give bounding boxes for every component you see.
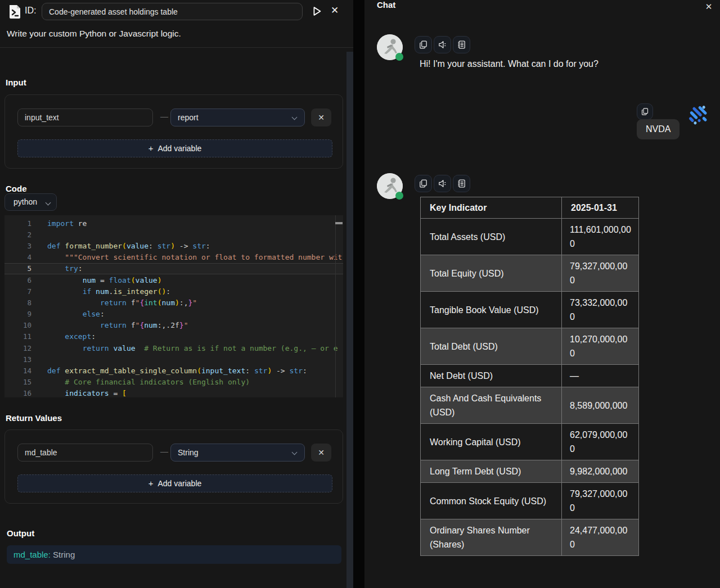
- return-variable-type-select[interactable]: String: [170, 444, 305, 462]
- line-number: 12: [4, 344, 32, 352]
- message-toolbar: [415, 36, 470, 53]
- output-row: md_table: String: [7, 545, 341, 564]
- indicator-label-cell: Total Debt (USD): [421, 328, 562, 365]
- table-row: Net Debt (USD)—: [421, 365, 639, 387]
- input-section-title: Input: [6, 78, 26, 87]
- user-avatar-logo: [686, 103, 712, 129]
- chevron-down-icon: [292, 450, 298, 455]
- line-number: 11: [4, 332, 32, 341]
- line-number: 1: [4, 219, 32, 228]
- line-number: 4: [4, 253, 32, 261]
- indicator-label-cell: Long Term Debt (USD): [421, 460, 562, 483]
- line-number: 13: [4, 355, 32, 364]
- add-variable-label: Add variable: [158, 479, 201, 488]
- return-variable-name-field[interactable]: [17, 444, 153, 462]
- input-variables-card: — report ✕ +Add variable: [4, 94, 343, 169]
- code-line: 6 num = float(value): [4, 274, 343, 286]
- input-variable-type-select[interactable]: report: [170, 108, 305, 126]
- line-number: 2: [4, 230, 32, 239]
- copy-icon[interactable]: [415, 36, 432, 53]
- chat-title: Chat: [377, 0, 395, 10]
- id-label: ID:: [25, 6, 36, 16]
- indicator-value-cell: 79,327,000,000: [562, 483, 639, 519]
- code-file-icon: [8, 4, 21, 19]
- indicator-label-cell: Total Assets (USD): [421, 219, 562, 255]
- indicator-label-cell: Tangible Book Value (USD): [421, 292, 562, 328]
- code-line: 11 except:: [4, 331, 343, 342]
- close-panel-icon[interactable]: ✕: [328, 4, 341, 17]
- financial-indicators-table: Key Indicator 2025-01-31 Total Assets (U…: [420, 197, 639, 556]
- table-row: Long Term Debt (USD)9,982,000,000: [421, 460, 639, 483]
- indicator-value-cell: 9,982,000,000: [562, 460, 639, 483]
- copy-icon[interactable]: [415, 175, 432, 192]
- code-line-content: if num.is_integer():: [47, 287, 170, 296]
- node-header: ID: ✕: [0, 0, 353, 24]
- app-root: ID: ✕ Write your custom Python or Javasc…: [0, 0, 720, 588]
- line-number: 14: [4, 367, 32, 375]
- output-variable-name: md_table:: [14, 550, 51, 559]
- copy-icon[interactable]: [637, 103, 653, 120]
- indicator-value-cell: 10,270,000,000: [562, 328, 639, 365]
- language-select[interactable]: python: [4, 193, 57, 211]
- run-button[interactable]: [310, 5, 323, 17]
- notes-icon[interactable]: [453, 36, 470, 53]
- table-header-row: Key Indicator 2025-01-31: [421, 197, 639, 219]
- panel-subtitle: Write your custom Python or Javascript l…: [7, 29, 181, 39]
- chat-close-icon[interactable]: ✕: [703, 1, 714, 12]
- line-number: 3: [4, 242, 32, 250]
- assistant-message-text: Hi! I'm your assistant. What can I do fo…: [420, 59, 598, 69]
- remove-return-variable-button[interactable]: ✕: [311, 444, 331, 462]
- code-line-content: return f"{num:,.2f}": [47, 321, 188, 329]
- indicator-label-cell: Common Stock Equity (USD): [421, 483, 562, 519]
- editor-scrollbar[interactable]: [335, 215, 343, 397]
- add-input-variable-button[interactable]: +Add variable: [17, 139, 332, 157]
- input-variable-type-value: report: [178, 113, 199, 122]
- node-id-input[interactable]: [42, 3, 303, 20]
- table-row: Working Capital (USD)62,079,000,000: [421, 424, 639, 460]
- plus-icon: +: [148, 143, 154, 153]
- code-line: 16 indicators = [: [4, 388, 343, 397]
- code-line: 3def format_number(value: str) -> str:: [4, 240, 343, 251]
- speaker-icon[interactable]: [434, 175, 451, 192]
- table-row: Total Debt (USD)10,270,000,000: [421, 328, 639, 365]
- code-line: 15 # Core financial indicators (English …: [4, 377, 343, 388]
- code-line: 5 try:: [4, 263, 343, 274]
- line-number: 16: [4, 389, 32, 397]
- code-line: 14def extract_md_table_single_column(inp…: [4, 365, 343, 376]
- indicator-value-cell: —: [562, 365, 639, 387]
- code-editor[interactable]: 1import re23def format_number(value: str…: [4, 215, 343, 397]
- notes-icon[interactable]: [453, 175, 470, 192]
- code-line: 12 return value # Return as is if not a …: [4, 342, 343, 354]
- chevron-down-icon: [292, 115, 298, 120]
- code-line-content: except:: [47, 332, 96, 341]
- add-return-variable-button[interactable]: +Add variable: [17, 474, 332, 492]
- table-row: Ordinary Shares Number (Shares)24,477,00…: [421, 519, 639, 556]
- table-row: Cash And Cash Equivalents (USD)8,589,000…: [421, 387, 639, 424]
- header-divider: [0, 47, 353, 48]
- indicator-value-cell: 79,327,000,000: [562, 255, 639, 292]
- table-header-indicator: Key Indicator: [421, 197, 562, 219]
- editor-scrollbar-thumb[interactable]: [335, 222, 343, 224]
- line-number: 6: [4, 276, 32, 284]
- table-header-date: 2025-01-31: [562, 197, 639, 219]
- code-line: 9 else:: [4, 309, 343, 320]
- dash-icon: —: [158, 447, 170, 456]
- indicator-label-cell: Working Capital (USD): [421, 424, 562, 460]
- code-line-content: def format_number(value: str) -> str:: [47, 242, 210, 250]
- speaker-icon[interactable]: [434, 36, 451, 53]
- code-line-content: else:: [47, 310, 105, 318]
- line-number: 8: [4, 298, 32, 307]
- table-row: Common Stock Equity (USD)79,327,000,000: [421, 483, 639, 519]
- code-line-content: num = float(value): [47, 276, 162, 284]
- left-panel-scrollbar[interactable]: [346, 52, 353, 588]
- indicator-value-cell: 8,589,000,000: [562, 387, 639, 424]
- return-variable-type-value: String: [178, 448, 199, 457]
- chat-panel: Chat ✕: [364, 0, 720, 588]
- code-line-content: import re: [47, 219, 87, 228]
- chevron-down-icon: [46, 200, 51, 206]
- indicator-value-cell: 62,079,000,000: [562, 424, 639, 460]
- input-variable-name-field[interactable]: [17, 108, 153, 126]
- code-line-content: indicators = [: [47, 389, 127, 397]
- remove-input-variable-button[interactable]: ✕: [311, 108, 331, 126]
- table-row: Total Equity (USD)79,327,000,000: [421, 255, 639, 292]
